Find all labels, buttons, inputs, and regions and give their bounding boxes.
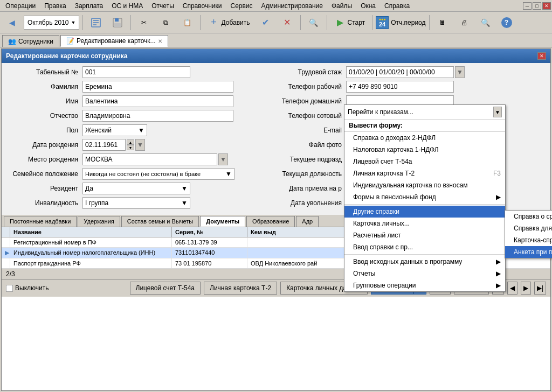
dropdown-item-vvod-spr[interactable]: Ввод справки с пр... — [344, 241, 505, 253]
pol-select[interactable]: Женский ▼ — [82, 124, 147, 136]
semeinoe-arrow-icon: ▼ — [225, 170, 232, 178]
dropdown-item-kartochka-lich[interactable]: Карточка личных... — [344, 218, 505, 229]
semeinoe-select[interactable]: Никогда не состоял (не состояла) в браке… — [82, 168, 234, 180]
row-marker-3 — [2, 258, 10, 268]
vykl-label: Выключить — [15, 284, 49, 292]
minimize-button[interactable]: ─ — [523, 2, 532, 10]
calendar-icon[interactable]: ●●● 24 — [376, 16, 389, 29]
tab-postoyan[interactable]: Постоянные надбавки — [4, 216, 77, 227]
copy-button[interactable]: ⧉ — [156, 14, 175, 31]
tab-docs[interactable]: Документы — [200, 216, 245, 227]
sub-item-anketa[interactable]: Анкета при приеме на работу — [505, 246, 552, 258]
calc-button[interactable]: 🖩 — [433, 14, 452, 31]
dropdown-item-individ[interactable]: Индивидуальная карточка по взносам — [344, 179, 505, 191]
col-name[interactable]: Название — [10, 227, 172, 237]
dropdown-item-raschet[interactable]: Расчетный лист — [344, 229, 505, 241]
menu-otchety[interactable]: Отчеты — [147, 1, 178, 11]
back-button[interactable]: ◀ — [2, 14, 22, 31]
start-label: Старт — [348, 19, 365, 26]
tab-sotrudniki[interactable]: 👥 Сотрудники — [2, 35, 59, 47]
dropdown-item-drugie[interactable]: Другие справки — [344, 206, 505, 218]
mesto-arrow[interactable]: ▼ — [218, 153, 228, 165]
close-button[interactable]: ✕ — [542, 2, 551, 10]
start-button[interactable]: ▶ Старт — [330, 14, 369, 31]
date-down-btn[interactable]: ▼ — [127, 145, 134, 150]
separator-5 — [327, 15, 327, 30]
window-title-text: Редактирование карточки сотрудника — [6, 52, 127, 60]
date-input[interactable] — [82, 139, 126, 151]
date-input-wrap: ▲ ▼ ▼ — [82, 139, 145, 151]
menu-os[interactable]: ОС и НМА — [107, 1, 147, 11]
sub-item-srednyaya[interactable]: Справка о средней зарплате — [505, 211, 552, 222]
menu-spravka[interactable]: Справка — [380, 1, 414, 11]
dropdown-item-1ndfl[interactable]: Налоговая карточка 1-НДФЛ — [344, 144, 505, 156]
lichnaya-btn[interactable]: Личная карточка Т-2 — [204, 282, 277, 295]
tel-rab-label: Телефон рабочий — [281, 83, 346, 90]
tab-sostav[interactable]: Состав семьи и Вычеты — [121, 216, 199, 227]
help-icon: ? — [501, 17, 512, 28]
licevoy-btn[interactable]: Лицевой счет Т-54а — [130, 282, 201, 295]
invalid-select[interactable]: I группа ▼ — [82, 197, 190, 209]
imya-input[interactable] — [82, 95, 233, 107]
confirm-button[interactable]: ✔ — [256, 14, 275, 31]
menu-faily[interactable]: Файлы — [327, 1, 356, 11]
dropdown-item-lichnaya[interactable]: Личная карточка Т-2 F3 — [344, 167, 505, 179]
maximize-button[interactable]: □ — [533, 2, 541, 10]
row-marker-2: ▶ — [2, 248, 10, 258]
vykl-checkbox[interactable] — [6, 285, 13, 292]
resident-select[interactable]: Да ▼ — [82, 183, 190, 194]
menu-okna[interactable]: Окна — [356, 1, 380, 11]
otchestvo-input[interactable] — [82, 110, 233, 122]
menu-servis[interactable]: Сервис — [226, 1, 257, 11]
date-up-btn[interactable]: ▲ — [127, 139, 134, 145]
tab-close-icon[interactable]: ✕ — [158, 38, 162, 44]
paste-button[interactable]: 📋 — [177, 14, 197, 31]
properties-button[interactable] — [86, 14, 106, 31]
checkbox-vykl[interactable]: Выключить — [6, 284, 49, 292]
col-serial[interactable]: Серия, № — [172, 227, 247, 237]
familiya-input[interactable] — [82, 81, 233, 93]
date-cal-btn[interactable]: ▼ — [135, 139, 145, 151]
tel-rab-input[interactable] — [346, 81, 454, 93]
dropdown-item-vvod-isx[interactable]: Ввод исходных данных в программу ▶ — [344, 256, 505, 268]
nav-btn-arrow[interactable]: ▼ — [493, 107, 502, 117]
trud-stazh-arrow[interactable]: ▼ — [455, 66, 465, 78]
dropdown-item-pensiya[interactable]: Формы в пенсионный фонд ▶ — [344, 191, 505, 203]
save-icon — [112, 17, 123, 29]
help-button[interactable]: ? — [498, 14, 516, 31]
menu-admin[interactable]: Администрирование — [257, 1, 327, 11]
menu-operacii[interactable]: Операции — [1, 1, 40, 11]
sub-item-ssuda[interactable]: Справка для получения ссуды — [505, 222, 552, 234]
period-selector[interactable]: Октябрь 2010 ▼ — [24, 16, 79, 30]
delete-button[interactable]: ✕ — [278, 14, 297, 31]
nav-btn-row[interactable]: Перейти к приказам... ▼ — [344, 105, 505, 120]
sub-item-kartochka-spr[interactable]: Карточка-справка — [505, 234, 552, 246]
search-button[interactable]: 🔍 — [304, 14, 323, 31]
tab-redaktirovanie[interactable]: 📝 Редактирование карточк... ✕ — [60, 35, 168, 47]
cut-button[interactable]: ✂ — [134, 14, 154, 31]
trud-stazh-input[interactable] — [346, 66, 454, 78]
mesto-input[interactable] — [82, 153, 217, 165]
nav-next-btn[interactable]: ▶ — [521, 282, 531, 295]
dropdown-item-grupovye[interactable]: Групповые операции ▶ — [344, 279, 505, 291]
date-stepper[interactable]: ▲ ▼ — [127, 139, 134, 150]
dropdown-item-otchety[interactable]: Отчеты ▶ — [344, 268, 505, 279]
tabel-input[interactable] — [82, 66, 190, 78]
tab-adr[interactable]: Адр — [296, 216, 319, 227]
menu-zarplata[interactable]: Зарплата — [71, 1, 108, 11]
print-button[interactable]: 🖨 — [454, 14, 474, 31]
zoom-button[interactable]: 🔍 — [476, 14, 495, 31]
tab-obrazov[interactable]: Образование — [246, 216, 295, 227]
menu-spravochniki[interactable]: Справочники — [178, 1, 226, 11]
nav-last-btn[interactable]: ▶| — [534, 282, 546, 295]
window-close-button[interactable]: ✕ — [537, 52, 546, 60]
otch-period-label[interactable]: Отч.период — [391, 19, 425, 26]
add-button[interactable]: + Добавить — [204, 14, 253, 31]
tab-uderzh[interactable]: Удержания — [78, 216, 120, 227]
menu-pravka[interactable]: Правка — [40, 1, 71, 11]
dropdown-item-licevoy[interactable]: Лицевой счет Т-54а — [344, 156, 505, 167]
save-button[interactable] — [108, 14, 127, 31]
print-icon: 🖨 — [458, 17, 470, 29]
dropdown-item-2ndfl[interactable]: Справка о доходах 2-НДФЛ — [344, 132, 505, 144]
nav-prev-btn[interactable]: ◀ — [507, 282, 518, 295]
